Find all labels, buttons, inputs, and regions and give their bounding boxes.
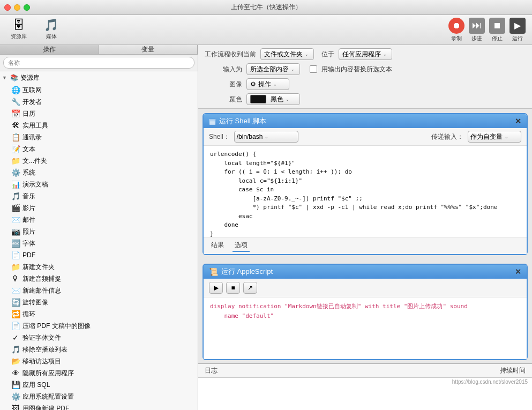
- sidebar-item-music[interactable]: 🎵 音乐: [0, 190, 198, 202]
- run-button[interactable]: ▶ 运行: [509, 18, 526, 42]
- sidebar-item-files[interactable]: 📁 文...件夹: [0, 155, 198, 167]
- minimize-button[interactable]: [14, 4, 20, 11]
- record-button[interactable]: ⏺ 录制: [448, 18, 464, 42]
- sidebar-item-photos[interactable]: 📷 照片: [0, 226, 198, 237]
- sidebar-item-calendar[interactable]: 📅 日历: [0, 108, 198, 120]
- applescript-title: 运行 AppleScript: [221, 267, 273, 277]
- step-button[interactable]: ⏭ 步进: [469, 18, 485, 42]
- sidebar-item-apply-sql[interactable]: 💾 应用 SQL: [0, 379, 198, 391]
- tab-result[interactable]: 结果: [209, 240, 226, 252]
- new-folder-icon: 📁: [11, 263, 20, 271]
- search-bar: [0, 55, 198, 71]
- maximize-button[interactable]: [24, 4, 30, 11]
- shell-code-area[interactable]: urlencode() { local length="${#1}" for (…: [204, 146, 527, 237]
- sidebar-item-developer[interactable]: 🔧 开发者: [0, 96, 198, 108]
- location-select[interactable]: 任何应用程序 ⌄: [339, 48, 392, 60]
- location-label: 位于: [318, 50, 334, 59]
- media-button[interactable]: 🎵 媒体: [40, 17, 63, 42]
- tab-actions[interactable]: 操作: [0, 45, 99, 54]
- color-select[interactable]: 黑色 ⌄: [246, 93, 300, 105]
- close-button[interactable]: [4, 4, 11, 11]
- as-play-button[interactable]: ▶: [209, 282, 223, 294]
- sidebar-item-new-folder[interactable]: 📁 新建文件夹: [0, 261, 198, 273]
- sidebar-item-system[interactable]: ⚙️ 系统: [0, 167, 198, 178]
- workflow-header: 工作流程收到当前 文件或文件夹 ⌄ 位于 任何应用程序 ⌄ 输入为 所选全部内容…: [198, 45, 532, 109]
- search-input[interactable]: [3, 57, 194, 69]
- library-label: 资源库: [11, 33, 27, 40]
- image-value: 操作: [258, 80, 271, 89]
- loop-icon: 🔁: [11, 310, 20, 318]
- pass-select[interactable]: 作为自变量 ⌄: [468, 131, 521, 143]
- right-panel: 工作流程收到当前 文件或文件夹 ⌄ 位于 任何应用程序 ⌄ 输入为 所选全部内容…: [198, 45, 532, 410]
- sidebar-item-pdf[interactable]: 📄 PDF: [0, 249, 198, 261]
- sidebar-item-internet[interactable]: 🌐 互联网: [0, 84, 198, 96]
- step-label: 步进: [471, 35, 482, 42]
- navigate-icon: 📂: [11, 357, 20, 366]
- shell-label: Shell：: [209, 132, 230, 141]
- sidebar-item-compress-pdf[interactable]: 📄 压缩 PDF 文稿中的图像: [0, 320, 198, 332]
- input-select[interactable]: 所选全部内容 ⌄: [246, 63, 300, 75]
- sidebar-item-loop[interactable]: 🔁 循环: [0, 308, 198, 320]
- shell-dropdown-icon: ⌄: [265, 135, 268, 139]
- sidebar-item-presentations[interactable]: 📊 演示文稿: [0, 178, 198, 190]
- color-label: 颜色: [205, 95, 242, 104]
- chevron-icon: ▼: [2, 75, 7, 80]
- sidebar-item-hide-apps[interactable]: 👁 隐藏所有应用程序: [0, 367, 198, 379]
- sidebar-item-new-audio[interactable]: 🎙 新建音频捕捉: [0, 273, 198, 285]
- media-icon: 🎵: [44, 19, 58, 31]
- calendar-icon: 📅: [11, 109, 20, 118]
- sidebar-item-utilities[interactable]: 🛠 实用工具: [0, 120, 198, 131]
- titlebar: 上传至七牛（快速操作）: [0, 0, 532, 15]
- new-image-icon: 🖼: [11, 404, 20, 410]
- shell-block-title: 运行 Shell 脚本: [219, 116, 266, 126]
- sidebar-item-app-settings[interactable]: ⚙️ 应用系统配置设置: [0, 391, 198, 402]
- music-icon: 🎵: [11, 192, 20, 200]
- workflow-row-color: 颜色 黑色 ⌄: [205, 93, 526, 105]
- log-header: 日志 持续时间: [198, 364, 532, 378]
- sidebar-item-verify-font[interactable]: ✓ 验证字体文件: [0, 332, 198, 344]
- record-label: 录制: [451, 35, 462, 42]
- utilities-icon: 🛠: [11, 121, 20, 130]
- mail-icon: ✉️: [11, 215, 20, 224]
- app-settings-icon: ⚙️: [11, 392, 20, 401]
- applescript-close-button[interactable]: ✕: [515, 267, 521, 276]
- sidebar-item-movies[interactable]: 🎬 影片: [0, 202, 198, 214]
- sidebar-item-notifications[interactable]: 📋 通讯录: [0, 131, 198, 143]
- tab-variables[interactable]: 变量: [99, 45, 198, 54]
- applescript-controls: ▶ ■ ↗: [204, 279, 527, 297]
- compress-pdf-icon: 📄: [11, 322, 20, 330]
- receives-label: 工作流程收到当前: [205, 50, 256, 59]
- sidebar-item-fonts[interactable]: 🔤 字体: [0, 237, 198, 249]
- run-icon: ▶: [509, 18, 526, 34]
- as-stop-button[interactable]: ■: [226, 282, 240, 294]
- files-icon: 📁: [11, 156, 20, 165]
- sidebar-item-mail[interactable]: ✉️ 邮件: [0, 214, 198, 226]
- sidebar-item-new-image[interactable]: 🖼 用图像新建 PDF: [0, 402, 198, 410]
- tab-options[interactable]: 选项: [233, 240, 250, 252]
- input-dropdown-icon: ⌄: [291, 67, 295, 72]
- workflow-row-input: 输入为 所选全部内容 ⌄ 用输出内容替换所选文本: [205, 63, 526, 75]
- replace-checkbox[interactable]: [310, 65, 317, 73]
- sidebar-item-remove-slideshow[interactable]: 🎵 移除空播放列表: [0, 344, 198, 355]
- as-script-button[interactable]: ↗: [243, 282, 257, 294]
- stop-label: 停止: [492, 35, 503, 42]
- shell-select[interactable]: /bin/bash ⌄: [234, 131, 298, 143]
- receives-dropdown-icon: ⌄: [305, 52, 309, 57]
- tree-root-library[interactable]: ▼ 📚 资源库: [0, 71, 198, 84]
- shell-close-button[interactable]: ✕: [515, 117, 521, 125]
- applescript-code-area[interactable]: display notification "Markdown链接已自动复制" w…: [204, 297, 527, 359]
- stop-button[interactable]: ⏹ 停止: [489, 18, 505, 42]
- pass-value: 作为自变量: [470, 132, 503, 141]
- sidebar-item-navigate[interactable]: 📂 移动访达项目: [0, 355, 198, 367]
- library-icon: 🗄: [13, 19, 25, 31]
- library-folder-icon: 📚: [10, 74, 18, 81]
- library-button[interactable]: 🗄 资源库: [6, 17, 31, 42]
- image-select[interactable]: ⚙ 操作 ⌄: [246, 78, 289, 90]
- receives-select[interactable]: 文件或文件夹 ⌄: [260, 48, 314, 60]
- right-scroll-area: ▤ 运行 Shell 脚本 ✕ Shell： /bin/bash ⌄ 传递输入：…: [198, 109, 532, 363]
- sidebar-item-new-mail[interactable]: ✉️ 新建邮件信息: [0, 285, 198, 296]
- sidebar-item-text[interactable]: 📝 文本: [0, 143, 198, 155]
- sidebar-tree: ▼ 📚 资源库 🌐 互联网 🔧 开发者 📅 日历 🛠 实用工具: [0, 71, 198, 410]
- record-icon: ⏺: [448, 18, 464, 34]
- sidebar-item-rotate[interactable]: 🔄 旋转图像: [0, 296, 198, 308]
